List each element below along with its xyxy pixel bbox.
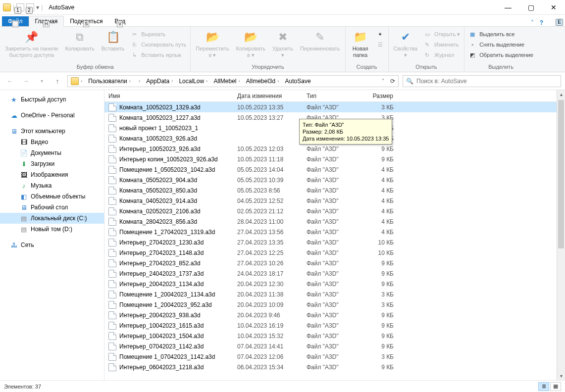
nav-videos[interactable]: 🎞Видео bbox=[0, 137, 104, 147]
forward-button[interactable]: → bbox=[20, 75, 32, 87]
breadcrumb-seg[interactable]: LocalLow› bbox=[176, 78, 210, 85]
pin-button[interactable]: 📌Закрепить на панели быстрого доступа bbox=[3, 28, 60, 59]
up-button[interactable]: ↑ bbox=[51, 75, 63, 87]
copy-button[interactable]: ⧉Копировать bbox=[63, 28, 96, 53]
nav-onedrive[interactable]: ☁OneDrive - Personal bbox=[0, 110, 104, 121]
nav-desktop[interactable]: 🖥Рабочий стол bbox=[0, 202, 104, 213]
nav-documents[interactable]: 📄Документы bbox=[0, 147, 104, 158]
table-row[interactable]: Комната_10052023_1329.a3d10.05.2023 13:3… bbox=[104, 102, 557, 112]
breadcrumb-seg[interactable]: AutoSave bbox=[282, 78, 314, 85]
close-button[interactable]: ✕ bbox=[542, 0, 565, 15]
table-row[interactable]: Помещение 1_20042023_1134.a3d20.04.2023 … bbox=[104, 289, 557, 299]
table-row[interactable]: Комната_05052023_850.a3d05.05.2023 8:56Ф… bbox=[104, 185, 557, 196]
new-folder-button[interactable]: 📁Новая папка bbox=[349, 28, 372, 59]
nav-pictures[interactable]: 🖼Изображения bbox=[0, 169, 104, 180]
nav-quick-access[interactable]: ★Быстрый доступ bbox=[0, 94, 104, 105]
qat-dropdown[interactable]: ▾ bbox=[36, 4, 39, 11]
table-row[interactable]: Комната_02052023_2106.a3d02.05.2023 21:1… bbox=[104, 206, 557, 216]
tab-home[interactable]: ГлавнаяH bbox=[29, 16, 64, 27]
table-row[interactable]: Помещение 1_05052023_1042.a3d05.05.2023 … bbox=[104, 164, 557, 175]
table-row[interactable]: Помещение 1_27042023_1319.a3d27.04.2023 … bbox=[104, 227, 557, 237]
nav-new-volume[interactable]: ▤Новый том (D:) bbox=[0, 224, 104, 235]
cube-icon: ◧ bbox=[20, 193, 28, 200]
table-row[interactable]: Интерьер_27042023_1230.a3d27.04.2023 13:… bbox=[104, 237, 557, 247]
breadcrumb-seg[interactable]: Allmebel3d› bbox=[243, 78, 282, 85]
breadcrumb-seg[interactable]: AppData› bbox=[143, 78, 176, 85]
refresh-button[interactable]: ⟳ bbox=[387, 78, 398, 85]
nav-this-pc[interactable]: 🖥Этот компьютер bbox=[0, 126, 104, 137]
table-row[interactable]: Интерьер_27042023_1148.a3d27.04.2023 12:… bbox=[104, 247, 557, 258]
vertical-scrollbar[interactable]: ▴ ▾ bbox=[557, 90, 565, 380]
select-all-button[interactable]: ▦Выделить все bbox=[467, 30, 534, 39]
address-dropdown[interactable]: ˅ bbox=[379, 78, 387, 84]
col-name[interactable]: Имя bbox=[104, 93, 233, 99]
table-row[interactable]: Интерьер_20042023_1134.a3d20.04.2023 12:… bbox=[104, 279, 557, 289]
minimize-button[interactable]: — bbox=[497, 0, 519, 15]
file-size: 9 КБ bbox=[362, 312, 398, 319]
open-button[interactable]: ▭Открыть ▾ bbox=[422, 30, 461, 39]
properties-button[interactable]: ✔Свойства ▾ bbox=[392, 28, 419, 59]
table-row[interactable]: Помещение 1_20042023_952.a3d20.04.2023 1… bbox=[104, 299, 557, 310]
table-row[interactable]: Интерьер_24042023_1737.a3d24.04.2023 18:… bbox=[104, 268, 557, 279]
table-row[interactable]: Комната_04052023_914.a3d04.05.2023 12:52… bbox=[104, 196, 557, 206]
cut-button[interactable]: ✂Вырезать bbox=[129, 30, 187, 39]
search-input[interactable] bbox=[416, 78, 558, 85]
easy-access-button[interactable]: ☰ bbox=[375, 40, 385, 49]
move-to-button[interactable]: 📂Переместить в ▾ bbox=[194, 28, 231, 59]
file-icon bbox=[108, 311, 116, 319]
table-row[interactable]: Помещение 1_07042023_1142.a3d07.04.2023 … bbox=[104, 351, 557, 362]
breadcrumb-root[interactable]: › bbox=[68, 77, 85, 85]
help-icon[interactable]: ? bbox=[540, 19, 543, 26]
table-row[interactable]: Интерьер копия_10052023_926.a3d10.05.202… bbox=[104, 154, 557, 164]
breadcrumb-seg[interactable]: AllMebel› bbox=[210, 78, 243, 85]
copy-to-button[interactable]: 📂Копировать в ▾ bbox=[234, 28, 267, 59]
edit-button[interactable]: ✎Изменить bbox=[422, 40, 461, 49]
nav-local-disk[interactable]: ▤Локальный диск (C:) bbox=[0, 213, 104, 224]
scroll-thumb[interactable] bbox=[558, 100, 564, 248]
scroll-up-icon[interactable]: ▴ bbox=[557, 90, 565, 98]
delete-button[interactable]: ✖Удалить ▾ bbox=[270, 28, 295, 59]
table-row[interactable]: Интерьер_20042023_938.a3d20.04.2023 9:46… bbox=[104, 310, 557, 320]
tab-file[interactable]: ФайлФ bbox=[2, 16, 29, 26]
search-box[interactable]: 🔍 bbox=[403, 75, 561, 87]
table-row[interactable]: Интерьер_10042023_1615.a3d10.04.2023 16:… bbox=[104, 320, 557, 331]
table-row[interactable]: Интерьер_07042023_1142.a3d07.04.2023 14:… bbox=[104, 341, 557, 351]
address-bar[interactable]: › Пользователи› › AppData› LocalLow› All… bbox=[67, 75, 399, 87]
invert-selection-button[interactable]: ◩Обратить выделение bbox=[467, 50, 534, 59]
tooltip-size: Размер: 2,08 КБ bbox=[303, 128, 389, 135]
nav-downloads[interactable]: ⬇Загрузки bbox=[0, 158, 104, 169]
file-size: 10 КБ bbox=[362, 249, 398, 256]
tab-view[interactable]: ВидV bbox=[108, 16, 131, 26]
view-icons-button[interactable]: ▦ bbox=[550, 382, 561, 391]
scroll-down-icon[interactable]: ▾ bbox=[557, 372, 565, 380]
breadcrumb-seg[interactable]: › bbox=[134, 78, 143, 84]
paste-button[interactable]: 📋Вставить bbox=[100, 28, 127, 53]
ribbon-collapse-icon[interactable]: ˄ bbox=[531, 19, 534, 26]
back-button[interactable]: ← bbox=[4, 75, 16, 87]
table-row[interactable]: Комната_05052023_904.a3d05.05.2023 10:39… bbox=[104, 175, 557, 185]
history-button[interactable]: ↻Журнал bbox=[422, 50, 461, 59]
tab-share[interactable]: ПоделитьсяS bbox=[64, 16, 108, 26]
col-date[interactable]: Дата изменения bbox=[233, 93, 303, 99]
view-details-button[interactable]: ≣ bbox=[538, 382, 549, 391]
col-size[interactable]: Размер bbox=[362, 93, 398, 99]
cloud-icon: ☁ bbox=[10, 111, 18, 119]
maximize-button[interactable]: ▢ bbox=[519, 0, 542, 15]
breadcrumb-seg[interactable]: Пользователи› bbox=[85, 78, 134, 85]
nav-music[interactable]: ♪Музыка bbox=[0, 180, 104, 191]
table-row[interactable]: Интерьер_10042023_1504.a3d10.04.2023 15:… bbox=[104, 331, 557, 341]
nav-network[interactable]: 🖧Сеть bbox=[0, 240, 104, 250]
group-new-label: Создать bbox=[349, 64, 385, 71]
paste-shortcut-button[interactable]: ↳Вставить ярлык bbox=[129, 50, 187, 59]
nav-3d-objects[interactable]: ◧Объемные объекты bbox=[0, 191, 104, 202]
rename-button[interactable]: ✎Переименовать bbox=[298, 28, 342, 53]
copy-path-button[interactable]: ⎘Скопировать путь bbox=[129, 40, 187, 49]
table-row[interactable]: Интерьер_10052023_926.a3d10.05.2023 12:0… bbox=[104, 144, 557, 154]
col-type[interactable]: Тип bbox=[303, 93, 362, 99]
table-row[interactable]: Интерьер_27042023_852.a3d27.04.2023 10:2… bbox=[104, 258, 557, 268]
table-row[interactable]: Комната_28042023_856.a3d28.04.2023 11:00… bbox=[104, 216, 557, 227]
table-row[interactable]: Интерьер_06042023_1218.a3d06.04.2023 15:… bbox=[104, 362, 557, 372]
select-none-button[interactable]: ▫Снять выделение bbox=[467, 40, 534, 49]
recent-dropdown[interactable]: ▾ bbox=[36, 75, 48, 87]
new-item-button[interactable]: ✦ bbox=[375, 30, 385, 39]
